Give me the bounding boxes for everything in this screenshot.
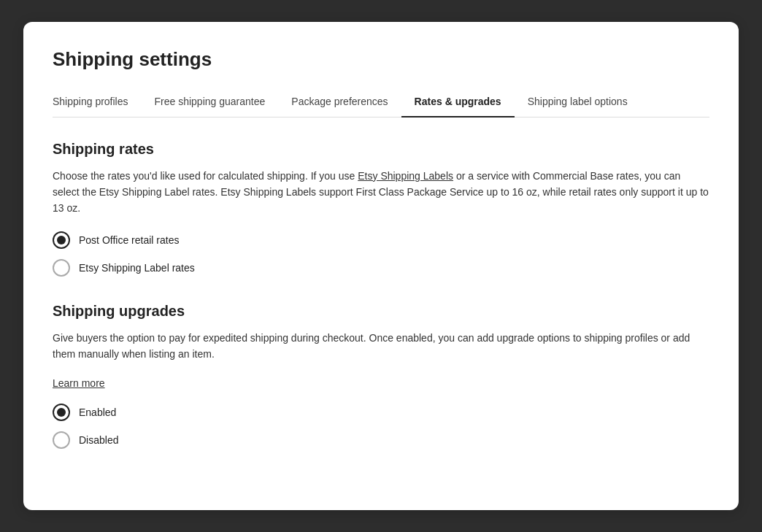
radio-enabled-indicator [53, 404, 70, 421]
radio-post-office[interactable]: Post Office retail rates [53, 231, 709, 249]
radio-enabled[interactable]: Enabled [53, 404, 709, 421]
etsy-shipping-labels-link[interactable]: Etsy Shipping Labels [358, 170, 453, 182]
shipping-rates-description: Choose the rates you'd like used for cal… [53, 168, 709, 217]
tab-package-preferences[interactable]: Package preferences [278, 88, 401, 117]
shipping-rates-title: Shipping rates [53, 141, 709, 158]
radio-etsy-label[interactable]: Etsy Shipping Label rates [53, 259, 709, 277]
shipping-upgrades-description: Give buyers the option to pay for expedi… [53, 330, 709, 363]
shipping-upgrades-title: Shipping upgrades [53, 303, 709, 320]
radio-post-office-fill [57, 236, 66, 244]
tab-shipping-label-options[interactable]: Shipping label options [515, 88, 641, 117]
learn-more-link[interactable]: Learn more [53, 377, 105, 389]
radio-etsy-label-indicator [53, 259, 70, 277]
tab-shipping-profiles[interactable]: Shipping profiles [53, 88, 142, 117]
radio-post-office-indicator [53, 231, 70, 249]
shipping-upgrades-section: Shipping upgrades Give buyers the option… [53, 303, 709, 450]
shipping-rates-section: Shipping rates Choose the rates you'd li… [53, 141, 709, 277]
radio-disabled-label: Disabled [79, 434, 118, 446]
radio-etsy-label-label: Etsy Shipping Label rates [79, 262, 195, 274]
radio-enabled-label: Enabled [79, 406, 116, 418]
tabs-nav: Shipping profiles Free shipping guarante… [53, 88, 709, 117]
tab-free-shipping-guarantee[interactable]: Free shipping guarantee [142, 88, 279, 117]
page-title: Shipping settings [53, 48, 709, 71]
radio-disabled[interactable]: Disabled [53, 431, 709, 449]
radio-disabled-indicator [53, 431, 70, 449]
rates-desc-part1: Choose the rates you'd like used for cal… [53, 170, 358, 182]
upgrades-radio-group: Enabled Disabled [53, 404, 709, 449]
radio-post-office-label: Post Office retail rates [79, 234, 179, 246]
rates-radio-group: Post Office retail rates Etsy Shipping L… [53, 231, 709, 277]
shipping-settings-card: Shipping settings Shipping profiles Free… [23, 22, 739, 511]
tab-rates-upgrades[interactable]: Rates & upgrades [401, 88, 515, 117]
radio-enabled-fill [57, 408, 66, 417]
